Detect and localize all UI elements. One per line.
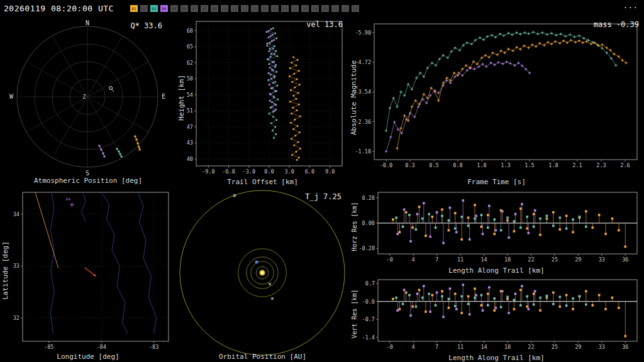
svg-text:7: 7 [435, 256, 438, 263]
svg-text:54: 54 [187, 92, 193, 98]
svg-text:6.0: 6.0 [305, 168, 314, 175]
horz-xaxis-label: Length Along Trail [km] [349, 266, 644, 275]
station-chip-23[interactable]: 23 [352, 5, 359, 12]
station-chip-07[interactable]: 07 [191, 5, 198, 12]
ground-track-map-panel: -85-84-8332333404 Longitude [deg] Latitu… [0, 187, 176, 362]
svg-text:E: E [162, 93, 165, 100]
station-chip-21[interactable]: 21 [331, 5, 339, 12]
station-chip-06[interactable]: 06 [180, 5, 188, 12]
light-curve-panel: -0.00.30.50.81.01.31.51.82.12.32.6-5.90-… [349, 16, 644, 187]
svg-text:1.5: 1.5 [525, 162, 534, 168]
svg-text:11: 11 [457, 344, 464, 350]
orbit-plot [176, 187, 349, 362]
orbital-position-panel: T_j 7.25 Orbital Position [AU] [176, 187, 349, 362]
station-chip-12[interactable]: 12 [241, 5, 248, 12]
svg-text:-0.0: -0.0 [380, 162, 392, 168]
svg-text:0.0: 0.0 [264, 168, 274, 175]
svg-text:-2.36: -2.36 [355, 119, 371, 125]
svg-text:32: 32 [13, 315, 19, 321]
overflow-menu-icon[interactable]: ... [623, 1, 638, 10]
svg-text:40: 40 [187, 156, 193, 162]
svg-text:62: 62 [187, 60, 193, 66]
svg-text:1.3: 1.3 [501, 162, 510, 168]
svg-text:-0: -0 [387, 344, 393, 350]
station-chip-11[interactable]: 11 [231, 5, 238, 12]
station-strip: 0102030405060708091011121314151617181920… [130, 5, 359, 12]
station-chip-02[interactable]: 02 [140, 5, 148, 12]
svg-text:3.0: 3.0 [285, 168, 294, 175]
svg-text:25: 25 [552, 344, 558, 350]
svg-text:-0.28: -0.28 [358, 245, 375, 251]
ground-track-map: -85-84-8332333404 [0, 187, 176, 362]
svg-text:14: 14 [480, 344, 487, 350]
svg-text:-1.4: -1.4 [362, 334, 375, 341]
polar-plot: NSWEZ [0, 16, 176, 187]
svg-text:-83: -83 [149, 344, 158, 350]
station-chip-14[interactable]: 14 [261, 5, 269, 12]
station-chip-16[interactable]: 16 [281, 5, 289, 12]
svg-text:18: 18 [504, 256, 511, 263]
magnitude-plot: -0.00.30.50.81.01.31.51.82.12.32.6-5.90-… [349, 16, 644, 187]
horz-res-plot: -04711141822252933360.280.00-0.28 [349, 187, 644, 275]
svg-text:51: 51 [187, 107, 193, 114]
utc-timestamp: 20260119 08:20:00 UTC [4, 4, 114, 13]
mag-xaxis-label: Frame Time [s] [349, 178, 644, 186]
svg-text:0.5: 0.5 [429, 162, 438, 168]
station-chip-03[interactable]: 03 [150, 5, 158, 12]
svg-text:-1.18: -1.18 [355, 148, 371, 155]
station-chip-15[interactable]: 15 [271, 5, 279, 12]
svg-text:22: 22 [528, 344, 534, 350]
top-bar: 20260119 08:20:00 UTC 010203040506070809… [0, 0, 644, 16]
station-chip-20[interactable]: 20 [321, 5, 329, 12]
horizontal-residuals-panel: -04711141822252933360.280.00-0.28 Length… [349, 187, 644, 275]
svg-text:0.8: 0.8 [453, 162, 462, 168]
svg-text:68: 68 [187, 28, 193, 34]
svg-text:W: W [9, 93, 14, 100]
svg-text:9.0: 9.0 [325, 168, 335, 175]
station-chip-17[interactable]: 17 [291, 5, 299, 12]
station-chip-10[interactable]: 10 [221, 5, 228, 12]
svg-text:33: 33 [599, 256, 605, 263]
station-chip-22[interactable]: 22 [341, 5, 349, 12]
svg-text:58: 58 [187, 75, 193, 82]
svg-text:14: 14 [480, 256, 487, 263]
svg-text:43: 43 [187, 140, 193, 146]
station-chip-04[interactable]: 04 [160, 5, 168, 12]
polar-axis-label: Atmospheric Position [deg] [0, 177, 176, 185]
svg-text:-3.0: -3.0 [243, 168, 255, 175]
svg-text:0.28: 0.28 [362, 195, 375, 201]
station-chip-05[interactable]: 05 [170, 5, 178, 12]
svg-text:29: 29 [575, 344, 581, 350]
station-chip-01[interactable]: 01 [130, 5, 138, 12]
station-chip-08[interactable]: 08 [201, 5, 208, 12]
svg-text:2.3: 2.3 [596, 162, 606, 168]
svg-text:18: 18 [504, 344, 511, 350]
map-xaxis-label: Longitude [deg] [0, 353, 176, 361]
svg-text:11: 11 [457, 256, 464, 263]
svg-text:-0: -0 [387, 256, 393, 263]
vertical-residuals-panel: -04711141822252933360.7-0.0-0.7-1.4 Leng… [349, 275, 644, 362]
svg-text:-9.0: -9.0 [202, 168, 214, 175]
svg-text:N: N [86, 19, 89, 26]
svg-text:29: 29 [575, 256, 581, 263]
meteor-observation-dashboard: 20260119 08:20:00 UTC 010203040506070809… [0, 0, 644, 362]
trail-xaxis-label: Trail Offset [km] [176, 178, 349, 186]
vert-res-plot: -04711141822252933360.7-0.0-0.7-1.4 [349, 275, 644, 362]
station-chip-13[interactable]: 13 [251, 5, 258, 12]
tisserand-label: T_j 7.25 [305, 192, 341, 201]
station-chip-19[interactable]: 19 [311, 5, 319, 12]
svg-text:04: 04 [66, 197, 71, 201]
svg-text:4: 4 [412, 256, 415, 263]
svg-text:7: 7 [435, 344, 438, 350]
svg-text:47: 47 [187, 124, 193, 130]
svg-text:0.3: 0.3 [405, 162, 414, 168]
svg-text:36: 36 [622, 344, 628, 350]
svg-text:-85: -85 [44, 344, 53, 350]
trail-offset-plot: -9.0-6.0-3.00.03.06.09.04043475154586265… [176, 16, 349, 187]
station-chip-18[interactable]: 18 [301, 5, 309, 12]
velocity-label: vel 13.6 [306, 20, 343, 29]
station-chip-09[interactable]: 09 [211, 5, 218, 12]
svg-text:-6.0: -6.0 [222, 168, 235, 175]
svg-text:34: 34 [13, 211, 19, 217]
svg-text:25: 25 [552, 256, 558, 263]
